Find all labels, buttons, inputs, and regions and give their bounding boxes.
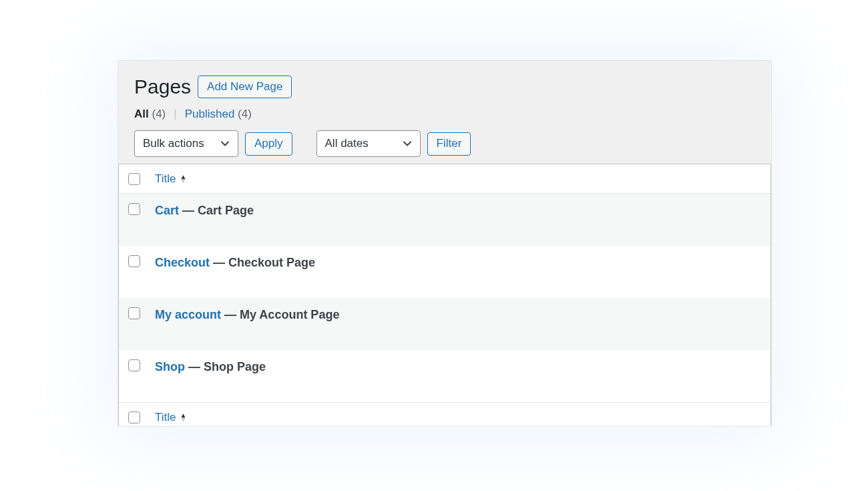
- select-all-footer-checkbox[interactable]: [128, 412, 140, 424]
- sort-icon: ▲ ▼: [180, 175, 187, 183]
- bulk-actions-label: Bulk actions: [143, 137, 204, 150]
- controls-row: Bulk actions Apply All dates Filter: [134, 130, 755, 157]
- bulk-actions-select[interactable]: Bulk actions: [134, 130, 238, 157]
- row-title-cell: Cart — Cart Page: [155, 203, 254, 218]
- filter-button[interactable]: Filter: [427, 132, 471, 155]
- filter-all[interactable]: All (4): [134, 108, 166, 121]
- row-title-suffix: — My Account Page: [221, 308, 339, 321]
- filter-separator: |: [171, 108, 179, 121]
- chevron-down-icon: [220, 139, 230, 148]
- row-title-suffix: — Cart Page: [179, 204, 254, 217]
- table-row: Shop — Shop Page: [119, 350, 771, 402]
- all-dates-label: All dates: [325, 137, 369, 150]
- row-title-suffix: — Shop Page: [185, 360, 266, 373]
- header-area: Pages Add New Page All (4) | Published (…: [118, 61, 771, 157]
- column-title-footer[interactable]: Title ▲ ▼: [155, 411, 186, 424]
- row-title-link[interactable]: My account: [155, 308, 221, 321]
- row-title-cell: Checkout — Checkout Page: [155, 255, 315, 271]
- chevron-down-icon: [403, 139, 412, 148]
- filter-all-label: All: [134, 108, 149, 120]
- table-header: Title ▲ ▼: [119, 164, 771, 194]
- table-footer: Title ▲ ▼: [119, 402, 771, 427]
- row-title-link[interactable]: Checkout: [155, 256, 210, 269]
- select-all-checkbox[interactable]: [128, 173, 140, 185]
- column-title-label: Title: [155, 172, 176, 186]
- filter-all-count: (4): [152, 108, 166, 120]
- pages-table: Title ▲ ▼ Cart — Cart PageCheckout — Che…: [118, 164, 771, 427]
- row-title-cell: My account — My Account Page: [155, 307, 339, 323]
- apply-button[interactable]: Apply: [245, 132, 292, 155]
- row-checkbox[interactable]: [128, 307, 140, 319]
- table-row: Cart — Cart Page: [119, 194, 771, 246]
- title-row: Pages Add New Page: [134, 75, 755, 98]
- column-title-label: Title: [155, 411, 176, 424]
- row-title-suffix: — Checkout Page: [210, 256, 315, 269]
- column-title-header[interactable]: Title ▲ ▼: [155, 172, 186, 186]
- page-title: Pages: [134, 75, 191, 98]
- filter-published-label: Published: [185, 108, 235, 120]
- filter-published-count: (4): [238, 108, 252, 120]
- row-checkbox[interactable]: [128, 203, 140, 215]
- add-new-page-button[interactable]: Add New Page: [198, 75, 292, 98]
- filter-published[interactable]: Published (4): [185, 108, 252, 121]
- status-filter-row: All (4) | Published (4): [134, 108, 755, 121]
- table-row: My account — My Account Page: [119, 298, 771, 350]
- table-row: Checkout — Checkout Page: [119, 246, 771, 298]
- row-title-link[interactable]: Shop: [155, 360, 185, 373]
- row-checkbox[interactable]: [128, 255, 140, 267]
- row-title-link[interactable]: Cart: [155, 204, 179, 217]
- all-dates-select[interactable]: All dates: [316, 130, 421, 157]
- admin-panel: Pages Add New Page All (4) | Published (…: [118, 60, 772, 427]
- sort-icon: ▲ ▼: [180, 414, 187, 422]
- row-checkbox[interactable]: [128, 359, 140, 371]
- row-title-cell: Shop — Shop Page: [155, 359, 266, 375]
